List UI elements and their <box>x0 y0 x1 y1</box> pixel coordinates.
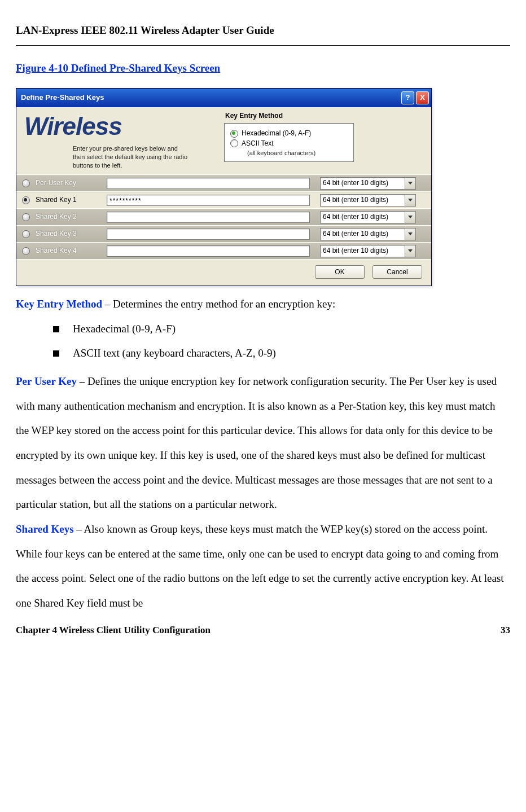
row-shared-key-2: Shared Key 2 64 bit (enter 10 digits) <box>16 209 431 226</box>
radio-icon <box>22 230 30 238</box>
select-value: 64 bit (enter 10 digits) <box>320 228 405 240</box>
radio-ascii-label: ASCII Text <box>242 139 273 148</box>
term-key-entry-method: Key Entry Method <box>16 298 102 310</box>
row-label: Shared Key 3 <box>36 230 77 239</box>
shared-key-3-size[interactable]: 64 bit (enter 10 digits) <box>320 228 416 240</box>
footer-page-number: 33 <box>501 619 510 641</box>
term-shared-keys: Shared Keys <box>16 523 74 535</box>
row-shared-key-1: Shared Key 1 ********** 64 bit (enter 10… <box>16 192 431 209</box>
header-rule <box>16 45 510 46</box>
chevron-down-icon <box>405 194 416 207</box>
bullet-ascii-text: ASCII text (any keyboard characters, A-Z… <box>73 347 276 359</box>
figure-caption: Figure 4-10 Defined Pre-Shared Keys Scre… <box>16 56 220 81</box>
bullet-hex: Hexadecimal (0-9, A-F) <box>53 317 510 341</box>
chevron-down-icon <box>405 177 416 190</box>
select-value: 64 bit (enter 10 digits) <box>320 177 405 190</box>
page-footer: Chapter 4 Wireless Client Utility Config… <box>16 619 510 641</box>
row-radio-col[interactable]: Shared Key 2 <box>22 213 107 222</box>
row-label: Shared Key 4 <box>36 247 77 256</box>
select-value: 64 bit (enter 10 digits) <box>320 211 405 223</box>
dialog-body: Wireless Enter your pre-shared keys belo… <box>16 107 431 286</box>
row-shared-key-3: Shared Key 3 64 bit (enter 10 digits) <box>16 226 431 243</box>
sk-desc: – Also known as Group keys, these keys m… <box>16 523 504 609</box>
doc-header: LAN-Express IEEE 802.11 Wireless Adapter… <box>16 18 510 43</box>
help-icon[interactable]: ? <box>401 91 414 104</box>
row-radio-col[interactable]: Per-User Key <box>22 179 107 188</box>
radio-ascii-row[interactable]: ASCII Text <box>230 139 348 148</box>
shared-key-4-input[interactable] <box>107 245 310 257</box>
term-per-user-key: Per User Key <box>16 375 77 387</box>
row-per-user-key: Per-User Key 64 bit (enter 10 digits) <box>16 175 431 192</box>
shared-key-2-input[interactable] <box>107 212 310 223</box>
radio-icon <box>22 179 30 187</box>
radio-icon <box>230 139 238 147</box>
radio-icon <box>22 247 30 255</box>
shared-key-4-size[interactable]: 64 bit (enter 10 digits) <box>320 245 416 257</box>
kem-desc: – Determines the entry method for an enc… <box>102 298 335 310</box>
bullet-hex-text: Hexadecimal (0-9, A-F) <box>73 323 176 335</box>
chevron-down-icon <box>405 245 416 257</box>
define-psk-dialog: Define Pre-Shared Keys ? X Wireless Ente… <box>16 88 432 286</box>
per-user-key-size[interactable]: 64 bit (enter 10 digits) <box>320 177 416 190</box>
radio-hex-label: Hexadecimal (0-9, A-F) <box>242 129 311 138</box>
row-radio-col[interactable]: Shared Key 1 <box>22 196 107 205</box>
body-text: Key Entry Method – Determines the entry … <box>16 292 510 616</box>
shared-key-3-input[interactable] <box>107 229 310 240</box>
key-rows: Per-User Key 64 bit (enter 10 digits) Sh… <box>16 174 431 260</box>
dialog-instructions: Enter your pre-shared keys below and the… <box>73 144 190 170</box>
cancel-button[interactable]: Cancel <box>372 265 422 279</box>
radio-icon <box>22 196 30 204</box>
shared-key-1-input[interactable]: ********** <box>107 195 310 206</box>
chevron-down-icon <box>405 211 416 223</box>
kem-heading: Key Entry Method <box>225 112 424 121</box>
bullet-icon <box>53 350 59 357</box>
row-radio-col[interactable]: Shared Key 3 <box>22 230 107 239</box>
footer-chapter: Chapter 4 Wireless Client Utility Config… <box>16 619 211 641</box>
per-user-key-input[interactable] <box>107 178 310 189</box>
row-label: Shared Key 1 <box>36 196 77 205</box>
dialog-title: Define Pre-Shared Keys <box>21 93 104 103</box>
close-icon[interactable]: X <box>416 91 429 104</box>
radio-icon <box>22 213 30 221</box>
puk-desc: – Defines the unique encryption key for … <box>16 375 497 510</box>
brand-logo: Wireless <box>24 114 190 139</box>
row-label: Shared Key 2 <box>36 213 77 222</box>
radio-ascii-sub: (all keyboard characters) <box>247 149 348 157</box>
radio-icon <box>230 130 238 138</box>
shared-key-1-size[interactable]: 64 bit (enter 10 digits) <box>320 194 416 207</box>
radio-hex-row[interactable]: Hexadecimal (0-9, A-F) <box>230 129 348 138</box>
chevron-down-icon <box>405 228 416 240</box>
bullet-ascii: ASCII text (any keyboard characters, A-Z… <box>53 341 510 366</box>
select-value: 64 bit (enter 10 digits) <box>320 245 405 257</box>
row-shared-key-4: Shared Key 4 64 bit (enter 10 digits) <box>16 243 431 260</box>
select-value: 64 bit (enter 10 digits) <box>320 194 405 207</box>
row-radio-col[interactable]: Shared Key 4 <box>22 247 107 256</box>
shared-key-2-size[interactable]: 64 bit (enter 10 digits) <box>320 211 416 223</box>
dialog-titlebar: Define Pre-Shared Keys ? X <box>16 89 431 107</box>
bullet-icon <box>53 326 59 332</box>
row-label: Per-User Key <box>36 179 76 188</box>
kem-groupbox: Hexadecimal (0-9, A-F) ASCII Text (all k… <box>224 123 354 162</box>
ok-button[interactable]: OK <box>315 265 365 279</box>
